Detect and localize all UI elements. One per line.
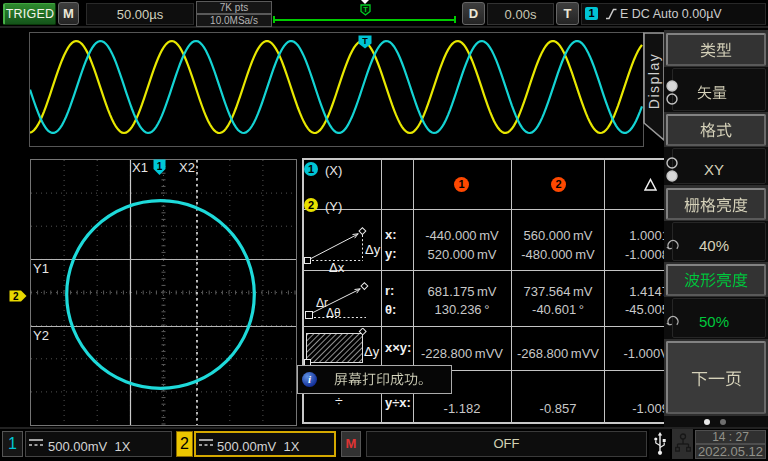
svg-text:2: 2	[13, 291, 19, 302]
svg-text:T: T	[363, 5, 368, 14]
svg-text:T: T	[362, 36, 368, 46]
svg-text:1: 1	[157, 161, 163, 172]
